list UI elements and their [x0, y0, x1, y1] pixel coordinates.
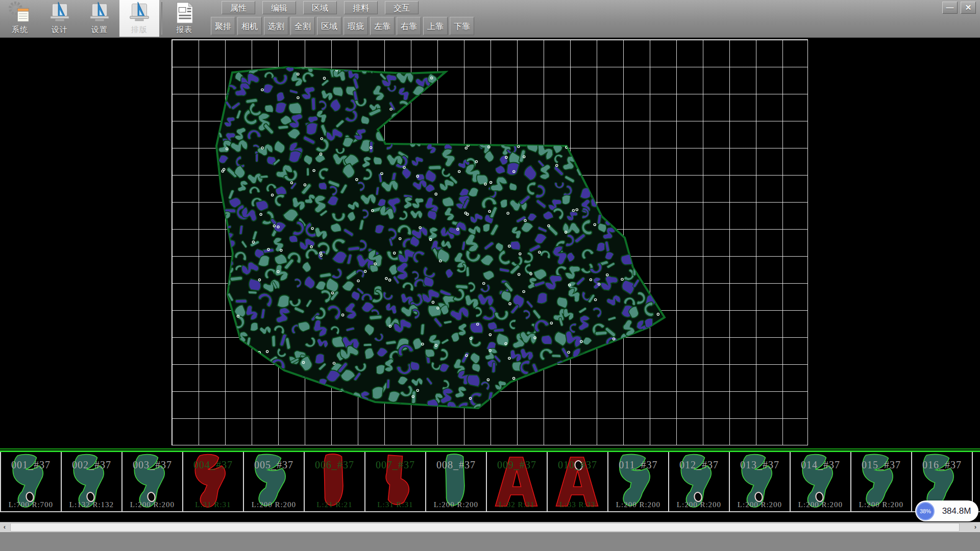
- part-name: 005_#37: [244, 459, 304, 471]
- app-button-label: 系统: [12, 25, 28, 35]
- part-cell-010_#37[interactable]: 010_#37L:33 R:33: [548, 452, 608, 512]
- app-button-2[interactable]: 设计: [40, 0, 80, 37]
- part-cell-006_#37[interactable]: 006_#37L:21 R:21: [305, 452, 365, 512]
- part-name: 004_#37: [183, 459, 243, 471]
- part-cell-003_#37[interactable]: 003_#37L:200 R:200: [122, 452, 183, 512]
- app-button-3[interactable]: 设置: [80, 0, 119, 37]
- part-name: 007_#37: [365, 459, 425, 471]
- main-toolbar: 系统设计设置排版报表 属性编辑区域排料交互 聚排相机选割全割区域瑕疵左靠右靠上靠…: [0, 0, 980, 38]
- part-name: 013_#37: [730, 459, 790, 471]
- part-counts: L:200 R:200: [426, 500, 486, 509]
- part-cell-005_#37[interactable]: 005_#37L:200 R:200: [244, 452, 305, 512]
- app-button-label: 报表: [176, 25, 192, 35]
- scroll-right-button[interactable]: ›: [971, 522, 980, 532]
- part-cell-004_#37[interactable]: 004_#37L:31 R:31: [183, 452, 244, 512]
- part-cell-008_#37[interactable]: 008_#37L:200 R:200: [426, 452, 487, 512]
- report-icon: [173, 1, 196, 24]
- menu-button-3[interactable]: 区域: [303, 1, 337, 14]
- tool-button-6[interactable]: 瑕疵: [344, 17, 368, 35]
- part-cell-015_#37[interactable]: 015_#37L:200 R:200: [851, 452, 912, 512]
- part-counts: L:132 R:132: [62, 500, 121, 509]
- part-cell-012_#37[interactable]: 012_#37L:200 R:200: [669, 452, 730, 512]
- part-counts: L:200 R:200: [730, 500, 790, 509]
- tool-button-9[interactable]: 上靠: [423, 17, 448, 35]
- part-counts: L:200 R:200: [244, 500, 304, 509]
- menu-button-1[interactable]: 属性: [222, 1, 255, 14]
- tool-button-10[interactable]: 下靠: [450, 17, 474, 35]
- part-name: 006_#37: [305, 459, 364, 471]
- tool-button-5[interactable]: 区域: [317, 17, 341, 35]
- design-icon: [48, 1, 71, 24]
- part-cell-011_#37[interactable]: 011_#37L:200 R:200: [608, 452, 669, 512]
- part-cell-009_#37[interactable]: 009_#37L:32 R:31: [487, 452, 548, 512]
- part-cell-001_#37[interactable]: 001_#37L:700 R:700: [0, 452, 62, 512]
- progress-percent: 38%: [916, 502, 935, 520]
- scrollbar-thumb[interactable]: [10, 523, 960, 532]
- tool-button-4[interactable]: 全割: [290, 17, 315, 35]
- part-counts: L:200 R:200: [851, 500, 911, 509]
- scroll-left-button[interactable]: ‹: [0, 522, 9, 532]
- app-button-5[interactable]: 报表: [164, 0, 204, 37]
- part-name: 015_#37: [851, 459, 911, 471]
- part-counts: L:31 R:31: [365, 500, 425, 509]
- nesting-icon: [128, 1, 151, 24]
- tool-button-7[interactable]: 左靠: [370, 17, 395, 35]
- app-button-4[interactable]: 排版: [119, 0, 159, 37]
- part-name: 009_#37: [487, 459, 547, 471]
- tool-button-2[interactable]: 相机: [237, 17, 262, 35]
- app-button-label: 设置: [91, 25, 108, 35]
- toolbar-divider: [161, 2, 162, 35]
- app-button-1[interactable]: 系统: [0, 0, 40, 37]
- settings-icon: [88, 1, 111, 24]
- part-cell-007_#37[interactable]: 007_#37L:31 R:31: [365, 452, 426, 512]
- part-counts: L:21 R:21: [305, 500, 364, 509]
- part-name: 017_#37: [973, 459, 980, 471]
- part-name: 002_#37: [62, 459, 121, 471]
- menu-button-2[interactable]: 编辑: [262, 1, 296, 14]
- system-icon: [8, 1, 32, 24]
- status-bar: [0, 532, 980, 551]
- part-counts: L:200 R:200: [791, 500, 850, 509]
- part-counts: L:31 R:31: [183, 500, 243, 509]
- memory-value: 384.8M: [935, 506, 978, 516]
- part-counts: L:200 R:200: [608, 500, 668, 509]
- part-cell-002_#37[interactable]: 002_#37L:132 R:132: [62, 452, 122, 512]
- part-name: 003_#37: [122, 459, 182, 471]
- menu-button-4[interactable]: 排料: [344, 1, 378, 14]
- part-name: 001_#37: [1, 459, 61, 471]
- close-button[interactable]: ✕: [961, 2, 976, 14]
- minimize-button[interactable]: —: [942, 2, 958, 14]
- part-name: 010_#37: [548, 459, 607, 471]
- part-counts: L:700 R:700: [1, 500, 61, 509]
- horizontal-scrollbar[interactable]: ‹ ›: [0, 522, 980, 532]
- nested-hide-canvas[interactable]: [172, 39, 808, 445]
- part-cell-013_#37[interactable]: 013_#37L:200 R:200: [730, 452, 791, 512]
- tool-button-1[interactable]: 聚排: [211, 17, 235, 35]
- parts-strip: 001_#37L:700 R:700002_#37L:132 R:132003_…: [0, 448, 980, 516]
- tool-button-8[interactable]: 右靠: [397, 17, 421, 35]
- part-name: 012_#37: [669, 459, 729, 471]
- part-name: 014_#37: [791, 459, 850, 471]
- part-name: 011_#37: [608, 459, 668, 471]
- memory-status-badge: 38% 384.8M: [915, 500, 978, 521]
- part-cell-014_#37[interactable]: 014_#37L:200 R:200: [791, 452, 851, 512]
- app-button-label: 排版: [131, 25, 148, 35]
- tool-button-3[interactable]: 选割: [264, 17, 288, 35]
- part-name: 016_#37: [912, 459, 972, 471]
- part-counts: L:33 R:33: [548, 500, 607, 509]
- part-counts: L:32 R:31: [487, 500, 547, 509]
- part-counts: L:200 R:200: [122, 500, 182, 509]
- part-counts: L:200 R:200: [669, 500, 729, 509]
- part-name: 008_#37: [426, 459, 486, 471]
- app-button-label: 设计: [52, 25, 68, 35]
- menu-button-5[interactable]: 交互: [385, 1, 419, 14]
